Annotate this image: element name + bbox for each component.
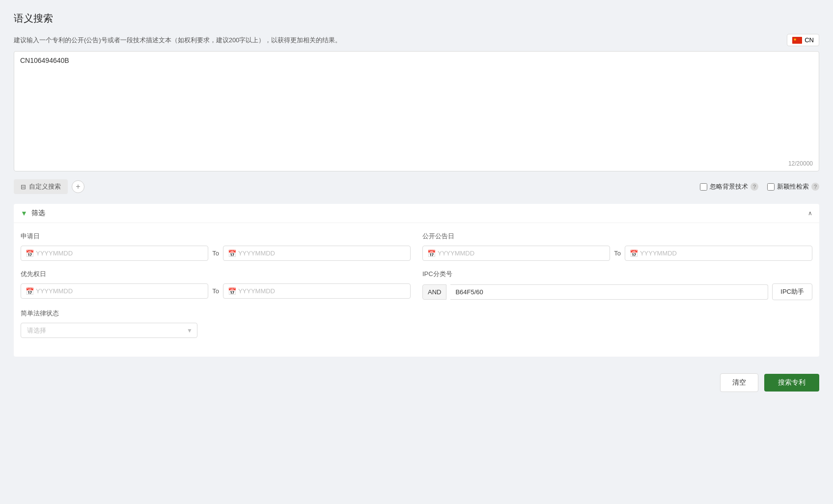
novelty-check-checkbox-item[interactable]: 新颖性检索 ? [767,182,819,191]
legal-status-row: 简单法律状态 请选择 有效失效审中 ▼ [21,309,812,338]
novelty-check-label: 新颖性检索 [777,182,809,191]
textarea-wrapper: CN106494640B 12/20000 [14,51,819,171]
filter-body: 申请日 📅 To 📅 公开公告日 [14,223,819,357]
search-textarea[interactable]: CN106494640B [20,56,813,165]
calendar-icon-1: 📅 [26,250,34,257]
custom-search-button[interactable]: ⊟ 自定义搜索 [14,179,68,194]
ipc-and-button[interactable]: AND [422,284,446,300]
apply-date-label: 申请日 [21,232,411,241]
pub-date-group: 公开公告日 📅 To 📅 [422,232,812,261]
hint-text: 建议输入一个专利的公开(公告)号或者一段技术描述文本（如权利要求，建议200字以… [14,36,341,45]
ipc-row: AND B64F5/60 IPC助手 [422,283,812,300]
apply-date-to-label: To [212,250,219,257]
calendar-icon-2: 📅 [228,250,236,257]
legal-status-label: 简单法律状态 [21,309,197,318]
pub-date-to-label: To [614,250,621,257]
novelty-check-checkbox[interactable] [767,183,775,191]
novelty-check-info-icon[interactable]: ? [811,183,819,191]
legal-status-group: 简单法律状态 请选择 有效失效审中 ▼ [21,309,197,338]
pub-date-label: 公开公告日 [422,232,812,241]
legal-status-select-wrapper: 请选择 有效失效审中 ▼ [21,323,197,338]
ignore-bg-label: 忽略背景技术 [710,182,748,191]
calendar-icon-6: 📅 [228,287,236,295]
pub-date-range: 📅 To 📅 [422,246,812,261]
char-count: 12/20000 [788,160,813,167]
filter-header[interactable]: ▼ 筛选 ∧ [14,204,819,223]
toolbar-left: ⊟ 自定义搜索 + [14,179,84,194]
pub-date-from-input[interactable] [422,246,610,261]
priority-date-from-wrapper: 📅 [21,283,208,299]
priority-date-label: 优先权日 [21,270,411,279]
priority-date-group: 优先权日 📅 To 📅 [21,270,411,299]
legal-status-select[interactable]: 请选择 有效失效审中 [21,323,197,338]
chevron-up-icon: ∧ [808,210,812,217]
apply-date-range: 📅 To 📅 [21,246,411,261]
plus-icon: + [76,182,80,191]
add-filter-button[interactable]: + [72,180,84,193]
filter-header-label: 筛选 [31,209,45,218]
flag-icon [792,37,802,44]
date-row-2: 优先权日 📅 To 📅 IPC分 [21,270,812,300]
custom-search-label: 自定义搜索 [29,182,61,191]
calendar-icon-5: 📅 [26,287,34,295]
hint-row: 建议输入一个专利的公开(公告)号或者一段技术描述文本（如权利要求，建议200字以… [14,34,819,46]
priority-date-to-label: To [212,287,219,295]
apply-date-group: 申请日 📅 To 📅 [21,232,411,261]
apply-date-from-wrapper: 📅 [21,246,208,261]
clear-button[interactable]: 清空 [720,373,758,392]
ipc-label: IPC分类号 [422,270,812,279]
filter-section: ▼ 筛选 ∧ 申请日 📅 To 📅 [14,204,819,357]
ignore-bg-info-icon[interactable]: ? [750,183,758,191]
calendar-icon-3: 📅 [427,250,436,257]
search-button[interactable]: 搜索专利 [764,374,819,392]
page-title: 语义搜索 [14,12,819,25]
apply-date-from-input[interactable] [21,246,208,261]
ipc-group: IPC分类号 AND B64F5/60 IPC助手 [422,270,812,300]
ipc-input[interactable]: B64F5/60 [450,284,768,300]
sliders-icon: ⊟ [21,183,26,191]
calendar-icon-4: 📅 [630,250,638,257]
apply-date-to-input[interactable] [223,246,411,261]
date-row-1: 申请日 📅 To 📅 公开公告日 [21,232,812,261]
priority-date-to-input[interactable] [223,283,411,299]
priority-date-range: 📅 To 📅 [21,283,411,299]
pub-date-to-wrapper: 📅 [625,246,812,261]
ignore-bg-checkbox[interactable] [700,183,707,191]
ipc-helper-button[interactable]: IPC助手 [772,283,812,300]
lang-label: CN [805,36,814,44]
apply-date-to-wrapper: 📅 [223,246,411,261]
priority-date-from-input[interactable] [21,283,208,299]
bottom-bar: 清空 搜索专利 [14,368,819,394]
ignore-bg-checkbox-item[interactable]: 忽略背景技术 ? [700,182,758,191]
pub-date-to-input[interactable] [625,246,812,261]
pub-date-from-wrapper: 📅 [422,246,610,261]
priority-date-to-wrapper: 📅 [223,283,411,299]
toolbar-right: 忽略背景技术 ? 新颖性检索 ? [700,182,819,191]
language-button[interactable]: CN [787,34,819,46]
toolbar-row: ⊟ 自定义搜索 + 忽略背景技术 ? 新颖性检索 ? [14,176,819,197]
filter-icon: ▼ [21,209,28,217]
